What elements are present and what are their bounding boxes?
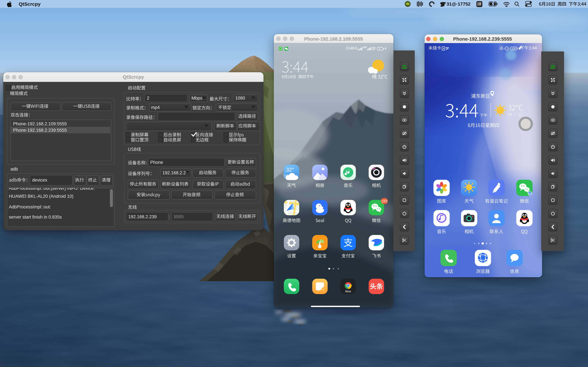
svg-text:Beta: Beta: [345, 290, 351, 293]
svg-text:32°: 32°: [286, 167, 294, 173]
svg-text:3: 3: [379, 48, 380, 50]
svg-text:HD: HD: [363, 46, 367, 49]
svg-text:100: 100: [511, 47, 516, 50]
